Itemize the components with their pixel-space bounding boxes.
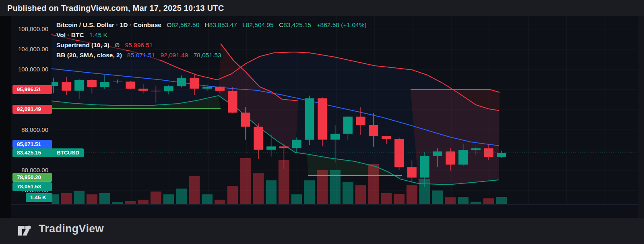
legend-supertrend-row[interactable]: Supertrend (10, 3) Ø 95,996.51 (56, 41, 368, 50)
bb-basis-value-badge: 85,071.51 (12, 140, 52, 149)
supertrend-label[interactable]: Supertrend (10, 3) (56, 42, 109, 48)
bb-upper-value: 92,091.49 (160, 52, 188, 58)
bb-lower-value: 78,051.53 (194, 52, 221, 58)
snapshot-footer: TradingView (0, 218, 644, 244)
volume-label[interactable]: Vol · BTC (56, 31, 84, 38)
volume-value-badge: 1.45 K (26, 193, 52, 202)
tradingview-logo-icon[interactable] (18, 223, 36, 238)
badge-value: 83,425.15 (17, 150, 41, 156)
price-axis-label: 108,000.00 (11, 25, 48, 33)
low-value: 82,504.95 (246, 21, 274, 28)
open-value: 82,562.50 (171, 21, 199, 28)
badge-symbol: BTCUSD (57, 148, 79, 157)
close-label: C (279, 21, 283, 28)
bb-upper-value-badge: 92,091.49 (12, 105, 52, 114)
legend-bollinger-row[interactable]: BB (20, SMA, close, 2) 85,071.51 92,091.… (56, 51, 368, 60)
price-axis-label: 100,000.00 (11, 66, 48, 73)
badge-value: 95,996.51 (17, 86, 41, 92)
low-label: L (242, 21, 246, 28)
bb-lower-value-badge: 78,051.53 (12, 182, 52, 191)
price-axis-label: 104,000.00 (11, 46, 48, 53)
supertrend-value: 95,996.51 (125, 42, 153, 48)
close-value: 83,425.15 (283, 21, 311, 28)
badge-value: 85,071.51 (17, 141, 41, 147)
price-value-badge: 83,425.15BTCUSD (12, 148, 84, 157)
legend-symbol-row[interactable]: Bitcoin / U.S. Dollar · 1D · Coinbase O8… (56, 21, 368, 29)
price-axis-label: 88,000.00 (11, 126, 48, 133)
supertrend-up-badge: 78,950.20 (12, 173, 52, 182)
average-symbol: Ø (115, 42, 120, 48)
volume-value: 1.45 K (89, 31, 107, 38)
badge-value: 1.45 K (30, 194, 46, 200)
badge-value: 78,051.53 (17, 184, 41, 190)
supertrend-value-badge: 95,996.51 (12, 85, 52, 94)
badge-value: 78,950.20 (17, 174, 41, 180)
tradingview-snapshot: Published on TradingView.com, Mar 17, 20… (0, 0, 644, 244)
open-label: O (167, 21, 171, 28)
badge-value: 92,091.49 (17, 106, 41, 112)
high-label: H (205, 21, 209, 28)
change-value: +862.58 (+1.04%) (316, 21, 366, 28)
brand-name[interactable]: TradingView (39, 223, 104, 235)
legend-volume-row[interactable]: Vol · BTC 1.45 K (56, 31, 368, 40)
chart-legend: Bitcoin / U.S. Dollar · 1D · Coinbase O8… (56, 21, 368, 61)
bb-basis-value: 85,071.51 (127, 52, 155, 58)
symbol-title[interactable]: Bitcoin / U.S. Dollar · 1D · Coinbase (56, 21, 161, 28)
high-value: 83,853.47 (209, 21, 237, 28)
bollinger-label[interactable]: BB (20, SMA, close, 2) (56, 52, 122, 58)
